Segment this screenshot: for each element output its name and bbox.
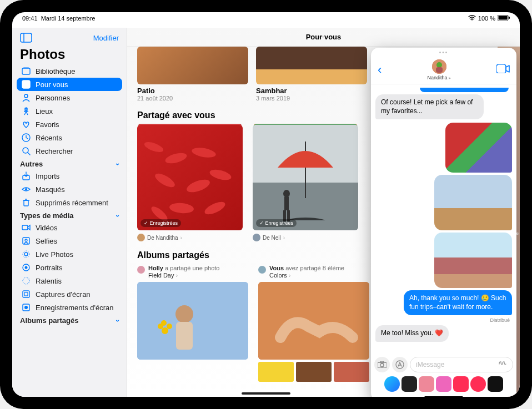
chevron-right-icon: › — [283, 235, 285, 241]
sidebar-item-slomo[interactable]: Ralentis — [17, 274, 122, 287]
sidebar-item-person[interactable]: Personnes — [17, 91, 122, 104]
portrait-icon — [21, 262, 31, 272]
message-photo[interactable] — [434, 175, 512, 230]
svg-point-50 — [161, 320, 167, 326]
svg-rect-2 — [499, 16, 508, 20]
svg-point-47 — [162, 327, 168, 334]
svg-point-0 — [471, 19, 473, 21]
chevron-down-icon: › — [114, 320, 122, 322]
sidebar-item-clock[interactable]: Récents — [17, 131, 122, 144]
sidebar-item-screenrec[interactable]: Enregistrements d'écran — [17, 301, 122, 314]
album-thumb-hands[interactable] — [258, 282, 369, 360]
svg-rect-55 — [496, 64, 506, 73]
eye-icon — [21, 184, 31, 194]
avatar — [258, 266, 266, 274]
sidebar-item-screenshot[interactable]: Captures d'écran — [17, 287, 122, 301]
screenrec-icon — [21, 302, 31, 312]
avatar — [253, 234, 260, 241]
sidebar-item-library[interactable]: Bibliothèque — [17, 64, 122, 78]
message-photo[interactable] — [434, 233, 512, 288]
home-indicator[interactable] — [242, 392, 290, 395]
chevron-right-icon: › — [180, 235, 182, 241]
multitask-dots-icon[interactable]: ••• — [371, 48, 516, 55]
sidebar-item-label: Favoris — [36, 120, 118, 129]
album-byline: Holly a partagé une photo — [148, 265, 219, 272]
svg-rect-44 — [137, 282, 248, 360]
sidebar-item-label: Rechercher — [36, 147, 118, 155]
imessage-app-icon[interactable] — [453, 376, 469, 392]
message-bubble-in[interactable]: Me too! Miss you. ❤️ — [375, 325, 449, 342]
section-header-media[interactable]: Types de média › — [17, 209, 122, 221]
sidebar-item-search[interactable]: Rechercher — [17, 144, 122, 158]
sidebar-item-live[interactable]: Live Photos — [17, 248, 122, 261]
memory-card[interactable]: Sambhar 3 mars 2019 — [256, 47, 367, 102]
album-card[interactable]: Vous avez partagé 8 éléme Colors › — [258, 265, 369, 382]
sidebar-item-label: Selfies — [36, 237, 118, 245]
album-link[interactable]: Field Day › — [148, 272, 219, 279]
edit-button[interactable]: Modifier — [93, 34, 119, 42]
sidebar-item-eye[interactable]: Masqués — [17, 183, 122, 196]
status-bar: 09:41 Mardi 14 septembre 100 % — [12, 12, 520, 24]
imessage-app-icon[interactable] — [488, 376, 503, 392]
shared-thumb-peppers[interactable]: ✓ Enregistrées — [137, 125, 243, 230]
svg-point-22 — [23, 251, 29, 257]
message-input-row: iMessage — [371, 355, 516, 375]
sidebar-item-heart[interactable]: Favoris — [17, 118, 122, 131]
imessage-app-icon[interactable] — [470, 376, 486, 392]
svg-point-20 — [25, 239, 27, 241]
app-store-button[interactable] — [392, 357, 408, 372]
chevron-down-icon: › — [114, 215, 122, 217]
memory-card[interactable]: Patio 21 août 2020 — [137, 47, 248, 102]
message-input[interactable]: iMessage — [410, 357, 513, 372]
contact-header[interactable]: Nanditha ▸ — [427, 59, 451, 80]
strip-cell[interactable] — [258, 362, 294, 382]
shared-thumb-umbrella[interactable]: ✓ Enregistrées — [253, 125, 358, 230]
imessage-app-icon[interactable] — [419, 376, 434, 392]
imessage-app-icon[interactable] — [436, 376, 451, 392]
sidebar-item-trash[interactable]: Supprimés récemment — [17, 196, 122, 209]
strip-cell[interactable] — [334, 362, 369, 382]
sidebar-item-label: Enregistrements d'écran — [36, 304, 118, 312]
shared-from-row[interactable]: De Neil › — [253, 234, 358, 241]
album-thumb-girl[interactable] — [137, 282, 248, 360]
memory-thumb[interactable] — [256, 47, 367, 84]
message-bubble-out[interactable]: Ah, thank you so much! 🥲 Such fun trips–… — [404, 290, 512, 315]
sidebar-item-portrait[interactable]: Portraits — [17, 261, 122, 274]
message-photo[interactable] — [445, 123, 512, 173]
home-indicator[interactable] — [424, 396, 463, 397]
message-bubble-in[interactable]: Of course! Let me pick a few of my favor… — [375, 94, 484, 119]
svg-point-25 — [23, 277, 29, 284]
sidebar-item-import[interactable]: Imports — [17, 169, 122, 183]
sidebar-item-video[interactable]: Vidéos — [17, 221, 122, 234]
section-header-shared-albums[interactable]: Albums partagés › — [17, 314, 122, 326]
section-header-others[interactable]: Autres › — [17, 158, 122, 169]
album-card[interactable]: Holly a partagé une photo Field Day › — [137, 265, 248, 382]
svg-point-33 — [153, 171, 177, 190]
svg-rect-46 — [176, 322, 193, 350]
sidebar-item-selfie[interactable]: Selfies — [17, 234, 122, 248]
imessage-app-icon[interactable] — [401, 376, 417, 392]
camera-button[interactable] — [374, 357, 390, 372]
shared-from-row[interactable]: De Nanditha › — [137, 234, 243, 241]
input-placeholder: iMessage — [416, 361, 444, 368]
album-link[interactable]: Colors › — [269, 272, 344, 279]
memory-thumb[interactable] — [137, 47, 248, 84]
pin-icon — [21, 106, 31, 116]
sidebar-item-label: Captures d'écran — [36, 290, 118, 299]
sidebar-item-heart-square[interactable]: Pour vous — [17, 78, 122, 91]
sidebar-toggle-icon[interactable] — [20, 33, 32, 43]
shared-card[interactable]: ✓ Enregistrées De Neil › — [253, 125, 358, 241]
svg-rect-26 — [23, 291, 29, 297]
svg-point-53 — [436, 62, 442, 68]
dictate-icon[interactable] — [498, 360, 507, 370]
shared-card[interactable]: ✓ Enregistrées De Nanditha › — [137, 125, 243, 241]
memory-subtitle: 21 août 2020 — [137, 95, 248, 102]
back-button[interactable]: ‹ — [378, 63, 382, 77]
svg-point-30 — [143, 140, 165, 154]
video-call-icon[interactable] — [496, 64, 510, 75]
strip-cell[interactable] — [296, 362, 332, 382]
sidebar-item-pin[interactable]: Lieux — [17, 104, 122, 118]
selfie-icon — [21, 236, 31, 246]
imessage-app-icon[interactable] — [384, 376, 400, 392]
library-icon — [21, 66, 31, 76]
